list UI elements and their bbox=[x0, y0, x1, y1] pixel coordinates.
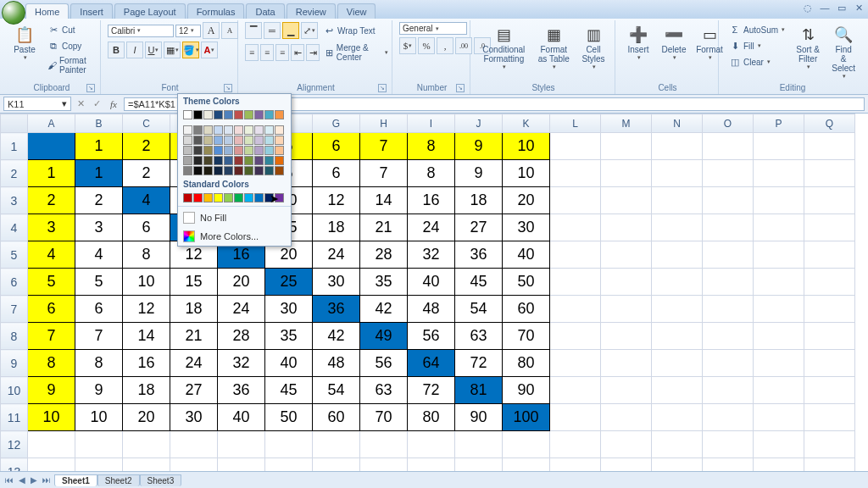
cell[interactable] bbox=[601, 241, 652, 269]
italic-button[interactable]: I bbox=[126, 42, 143, 58]
cell[interactable]: 45 bbox=[265, 377, 313, 404]
color-swatch[interactable] bbox=[254, 136, 264, 145]
cell[interactable]: 8 bbox=[408, 133, 455, 160]
color-swatch[interactable] bbox=[244, 166, 253, 175]
color-swatch[interactable] bbox=[264, 156, 274, 165]
cell[interactable] bbox=[754, 377, 804, 404]
cell[interactable] bbox=[601, 269, 652, 296]
column-header[interactable]: K bbox=[503, 114, 550, 133]
cell[interactable] bbox=[652, 431, 703, 458]
cell[interactable]: 7 bbox=[28, 323, 75, 350]
color-swatch[interactable] bbox=[224, 125, 233, 135]
cell[interactable] bbox=[804, 187, 855, 214]
cell[interactable] bbox=[652, 187, 703, 214]
row-header[interactable]: 3 bbox=[1, 187, 28, 214]
cell[interactable] bbox=[123, 458, 170, 472]
cell[interactable]: 7 bbox=[75, 323, 123, 350]
cell[interactable]: 25 bbox=[265, 269, 313, 296]
cell[interactable] bbox=[703, 296, 754, 323]
row-header[interactable]: 5 bbox=[1, 241, 28, 269]
cell[interactable] bbox=[601, 323, 652, 350]
cell[interactable]: 28 bbox=[218, 323, 265, 350]
cell[interactable]: 7 bbox=[360, 160, 408, 187]
color-swatch[interactable] bbox=[183, 136, 192, 145]
cell[interactable] bbox=[550, 431, 601, 458]
cell[interactable]: 4 bbox=[28, 241, 75, 269]
autosum-button[interactable]: ΣAutoSum▾ bbox=[726, 22, 788, 37]
cell[interactable]: 18 bbox=[170, 296, 218, 323]
cell[interactable]: 24 bbox=[408, 214, 455, 241]
cell[interactable] bbox=[503, 431, 550, 458]
cell[interactable] bbox=[703, 241, 754, 269]
color-swatch[interactable] bbox=[244, 125, 253, 135]
cell[interactable] bbox=[550, 323, 601, 350]
color-swatch[interactable] bbox=[214, 193, 223, 202]
cell[interactable] bbox=[601, 187, 652, 214]
color-swatch[interactable] bbox=[234, 125, 243, 135]
color-swatch[interactable] bbox=[224, 110, 233, 119]
cell[interactable]: 30 bbox=[265, 296, 313, 323]
color-swatch[interactable] bbox=[275, 156, 284, 165]
cell[interactable]: 15 bbox=[170, 269, 218, 296]
cell[interactable] bbox=[652, 458, 703, 472]
cell[interactable] bbox=[313, 458, 360, 472]
number-format-select[interactable]: General▾ bbox=[399, 22, 467, 35]
ribbon-tab-page-layout[interactable]: Page Layout bbox=[114, 3, 186, 19]
column-header[interactable]: M bbox=[601, 114, 652, 133]
color-swatch[interactable] bbox=[275, 125, 284, 135]
cell[interactable] bbox=[601, 133, 652, 160]
cell[interactable]: 2 bbox=[123, 133, 170, 160]
color-swatch[interactable] bbox=[244, 193, 253, 202]
cell[interactable]: 6 bbox=[28, 296, 75, 323]
merge-center-button[interactable]: ⊞Merge & Center▾ bbox=[321, 42, 392, 64]
cell[interactable]: 8 bbox=[75, 350, 123, 377]
wrap-text-button[interactable]: ↩Wrap Text bbox=[320, 23, 379, 38]
orientation-button[interactable]: ⤢▾ bbox=[301, 22, 318, 39]
cell[interactable]: 50 bbox=[503, 269, 550, 296]
cell[interactable] bbox=[28, 431, 75, 458]
bold-button[interactable]: B bbox=[108, 42, 125, 58]
cell[interactable] bbox=[408, 431, 455, 458]
comma-button[interactable]: , bbox=[437, 37, 453, 54]
cell[interactable] bbox=[703, 133, 754, 160]
cell[interactable] bbox=[550, 350, 601, 377]
color-swatch[interactable] bbox=[234, 193, 243, 202]
cell[interactable] bbox=[652, 214, 703, 241]
cell[interactable]: 72 bbox=[455, 350, 503, 377]
insert-cells-button[interactable]: ➕Insert▾ bbox=[622, 22, 654, 64]
color-swatch[interactable] bbox=[214, 156, 223, 165]
column-header[interactable]: A bbox=[28, 114, 75, 133]
row-header[interactable]: 2 bbox=[1, 160, 28, 187]
sheet-nav-next-icon[interactable]: ▶ bbox=[29, 475, 39, 485]
cell[interactable] bbox=[550, 187, 601, 214]
cell[interactable] bbox=[360, 431, 408, 458]
color-swatch[interactable] bbox=[275, 166, 284, 175]
cell[interactable]: 9 bbox=[28, 377, 75, 404]
color-swatch[interactable] bbox=[203, 110, 213, 119]
color-swatch[interactable] bbox=[203, 125, 213, 135]
cell[interactable] bbox=[703, 160, 754, 187]
sheet-nav-last-icon[interactable]: ⏭ bbox=[41, 475, 53, 485]
color-swatch[interactable] bbox=[183, 156, 192, 165]
cell[interactable]: 8 bbox=[408, 160, 455, 187]
color-swatch[interactable] bbox=[183, 110, 192, 119]
cell[interactable]: 35 bbox=[360, 269, 408, 296]
color-swatch[interactable] bbox=[264, 166, 274, 175]
color-swatch[interactable] bbox=[214, 146, 223, 155]
cell[interactable] bbox=[754, 323, 804, 350]
ribbon-tab-formulas[interactable]: Formulas bbox=[187, 3, 245, 19]
cell[interactable]: 21 bbox=[360, 214, 408, 241]
cell[interactable] bbox=[652, 377, 703, 404]
cell[interactable] bbox=[703, 214, 754, 241]
cell[interactable] bbox=[408, 458, 455, 472]
cell[interactable]: 20 bbox=[503, 187, 550, 214]
cell[interactable] bbox=[703, 323, 754, 350]
cell[interactable] bbox=[703, 377, 754, 404]
cell[interactable] bbox=[703, 404, 754, 431]
color-swatch[interactable] bbox=[275, 136, 284, 145]
align-top-button[interactable]: ▔ bbox=[245, 22, 262, 39]
color-swatch[interactable] bbox=[234, 156, 243, 165]
row-header[interactable]: 9 bbox=[1, 350, 28, 377]
cell[interactable]: 4 bbox=[75, 241, 123, 269]
cell[interactable] bbox=[170, 458, 218, 472]
